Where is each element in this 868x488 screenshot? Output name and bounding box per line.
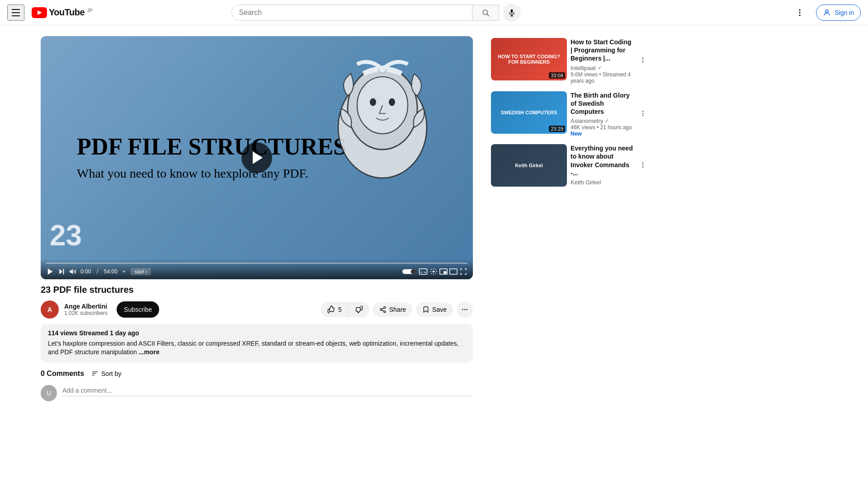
more-options-button[interactable] [791,4,809,22]
svg-point-46 [642,115,644,116]
svg-marker-18 [59,269,62,274]
channel-details: Ange Albertini 1.02K subscribers [64,303,108,316]
svg-point-32 [384,310,386,312]
sidebar-item[interactable]: Keith Girkel Everything you need to know… [489,142,650,188]
youtube-region: JP [87,8,93,13]
sign-in-button[interactable]: Sign in [816,5,861,21]
svg-rect-25 [424,272,426,273]
progress-bar[interactable] [46,263,467,264]
share-button[interactable]: Share [373,302,412,317]
svg-point-22 [411,269,416,274]
svg-point-48 [642,164,644,165]
next-icon [58,268,65,275]
theater-button[interactable] [449,268,458,275]
time-total: 54:00 [104,268,118,275]
play-pause-button[interactable] [46,267,54,276]
svg-point-47 [642,162,644,164]
captions-icon [419,268,428,275]
search-box [231,5,499,21]
svg-line-3 [487,14,489,16]
search-input[interactable] [232,5,472,20]
mic-button[interactable] [503,4,521,22]
autoplay-button[interactable] [402,268,417,275]
svg-point-44 [642,111,644,112]
video-section: PDF FILE STRUCTURES What you need to kno… [0,25,484,414]
menu-button[interactable] [7,5,24,21]
fullscreen-button[interactable] [459,267,467,276]
verified-badge: ✓ [605,118,609,124]
save-button[interactable]: Save [416,302,453,317]
description-more[interactable]: ...more [139,348,160,356]
more-vert-icon [639,56,646,64]
sidebar-item[interactable]: HOW TO START CODING? FOR BEGINNERS 33:08… [489,36,650,86]
miniplayer-button[interactable] [439,268,448,275]
channel-name[interactable]: Ange Albertini [64,303,108,310]
comments-count: 0 Comments [41,370,84,378]
svg-point-41 [642,57,644,59]
start-chip[interactable]: start › [131,268,151,275]
account-icon [823,9,831,17]
youtube-logo[interactable]: YouTubeJP [32,7,93,18]
like-button[interactable]: 5 [321,302,349,317]
channel-avatar: A [41,300,59,319]
svg-rect-4 [510,9,513,13]
comments-header: 0 Comments Sort by [41,370,473,378]
verified-badge: ✓ [598,65,602,71]
captions-button[interactable] [419,268,428,275]
svg-rect-19 [63,269,64,274]
svg-point-26 [433,271,435,273]
sidebar-more-button[interactable] [637,91,648,137]
subscribe-button[interactable]: Subscribe [117,301,159,318]
sidebar-video-title: The Birth and Glory of Swedish Computers [571,91,634,116]
svg-point-14 [370,99,376,106]
youtube-wordmark: YouTube [49,7,85,18]
add-comment-row: U [41,385,473,401]
sidebar-more-button[interactable] [637,38,648,84]
like-count: 5 [338,306,342,313]
sidebar-thumbnail: SWEDISH COMPUTERS 23:29 [491,91,567,134]
like-dislike-group: 5 [321,302,369,317]
theater-icon [449,268,458,275]
search-icon [481,9,490,17]
svg-point-9 [799,14,801,16]
next-button[interactable] [58,268,65,275]
video-text-overlay: PDF FILE STRUCTURES What you need to kno… [77,133,346,182]
description-box[interactable]: 114 views Streamed 1 day ago Let's haxpl… [41,324,473,362]
more-actions-button[interactable] [457,301,473,318]
header-left: YouTubeJP [7,5,93,21]
svg-point-35 [462,309,463,310]
sign-in-label: Sign in [835,9,854,16]
sidebar-item[interactable]: SWEDISH COMPUTERS 23:29 The Birth and Gl… [489,89,650,139]
search-button[interactable] [472,5,499,20]
dislike-button[interactable] [349,302,369,317]
sidebar-more-button[interactable] [637,144,648,187]
settings-button[interactable] [429,267,438,276]
illustration-svg [319,45,446,197]
svg-point-31 [380,309,382,310]
action-buttons: 5 Share [321,301,473,318]
sidebar-video-details: Everything you need to know about Invoke… [571,144,634,187]
sort-label: Sort by [101,370,121,377]
volume-icon [69,267,77,276]
comment-input[interactable] [62,385,473,396]
play-triangle [253,151,263,164]
comments-section: 0 Comments Sort by U [41,370,473,408]
svg-point-49 [642,166,644,168]
sort-button[interactable]: Sort by [91,370,121,377]
video-player[interactable]: PDF FILE STRUCTURES What you need to kno… [41,36,473,279]
svg-rect-28 [443,271,447,273]
controls-row: 0:00 / 54:00 • start › [46,267,467,276]
svg-point-8 [799,12,801,13]
video-info: 23 PDF file structures A Ange Albertini … [41,279,473,414]
sidebar-video-title: Everything you need to know about Invoke… [571,144,634,177]
sidebar-channel-name: Intellipaat ✓ [571,65,634,71]
sidebar-thumb-content: Keith Girkel [491,144,567,187]
sidebar-duration: 33:08 [549,72,565,79]
volume-button[interactable] [69,267,77,276]
fullscreen-icon [459,267,467,276]
play-button[interactable] [241,142,272,173]
svg-point-30 [384,306,386,308]
sidebar: HOW TO START CODING? FOR BEGINNERS 33:08… [484,25,656,414]
svg-point-42 [642,60,644,61]
thumbs-down-icon [355,305,363,314]
